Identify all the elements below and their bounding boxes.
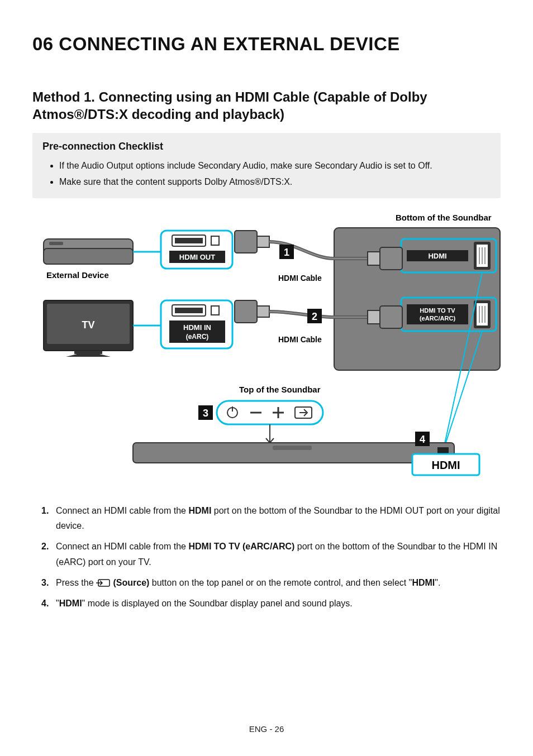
svg-rect-37 — [257, 306, 269, 317]
svg-rect-28 — [175, 308, 203, 313]
step-2-badge: 2 — [312, 311, 317, 322]
external-device-icon — [44, 239, 133, 264]
svg-rect-20 — [74, 351, 102, 354]
svg-rect-36 — [235, 300, 257, 323]
svg-rect-31 — [235, 231, 257, 253]
svg-rect-33 — [368, 252, 380, 265]
step-bold: HDMI TO TV (eARC/ARC) — [188, 542, 294, 551]
connection-diagram: Bottom of the Soundbar HDMI HDMI TO TV (… — [32, 208, 501, 493]
hdmi-cable-label: HDMI Cable — [278, 335, 322, 344]
page-footer: ENG - 26 — [0, 724, 533, 734]
step-item: 2. Connect an HDMI cable from the HDMI T… — [45, 539, 501, 569]
hdmi-cable-label: HDMI Cable — [278, 274, 322, 283]
step-text: Press the — [56, 578, 96, 587]
steps-list: 1. Connect an HDMI cable from the HDMI p… — [32, 503, 501, 611]
step-text: " mode is displayed on the Soundbar disp… — [82, 599, 353, 608]
step-4-badge: 4 — [420, 434, 425, 445]
hdmi-in-label-2: (eARC) — [186, 333, 209, 341]
svg-rect-23 — [175, 238, 203, 243]
svg-rect-52 — [273, 446, 312, 450]
step-item: 1. Connect an HDMI cable from the HDMI p… — [45, 503, 501, 533]
svg-rect-29 — [211, 306, 219, 315]
top-soundbar-label: Top of the Soundbar — [239, 385, 321, 394]
step-text: Connect an HDMI cable from the — [56, 506, 188, 515]
step-text: ". — [435, 578, 440, 587]
checklist-item: If the Audio Output options include Seco… — [59, 158, 491, 174]
hdmi-out-label: HDMI OUT — [179, 253, 215, 261]
step-bold: (Source) — [111, 578, 149, 587]
soundbar-hdmi-label: HDMI — [428, 252, 446, 260]
svg-rect-17 — [49, 242, 63, 245]
soundbar-hdmi-to-tv-label-1: HDMI TO TV — [420, 307, 455, 314]
step-text: Connect an HDMI cable from the — [56, 542, 188, 551]
tv-label: TV — [82, 319, 94, 331]
step-number: 2. — [41, 539, 49, 554]
svg-rect-38 — [368, 310, 380, 324]
external-device-label: External Device — [46, 270, 109, 280]
step-3-badge: 3 — [203, 408, 208, 419]
source-icon — [96, 579, 111, 587]
tv-icon: TV — [44, 300, 133, 357]
step-number: 3. — [41, 575, 49, 590]
step-number: 1. — [41, 503, 49, 518]
svg-rect-24 — [211, 236, 219, 245]
hdmi-in-label-1: HDMI IN — [183, 323, 211, 332]
step-number: 4. — [41, 596, 49, 611]
checklist-box: Pre-connection Checklist If the Audio Ou… — [32, 133, 501, 198]
svg-rect-39 — [380, 306, 402, 328]
checklist-list: If the Audio Output options include Seco… — [42, 158, 491, 190]
svg-rect-16 — [44, 248, 133, 264]
step-1-badge: 1 — [284, 247, 289, 258]
hdmi-display-label: HDMI — [431, 459, 460, 471]
step-bold: HDMI — [188, 506, 211, 515]
step-bold: HDMI — [412, 578, 435, 587]
svg-rect-32 — [257, 236, 269, 247]
step-item: 3. Press the (Source) button on the top … — [45, 575, 501, 590]
method-title: Method 1. Connecting using an HDMI Cable… — [32, 88, 501, 123]
bottom-soundbar-label: Bottom of the Soundbar — [396, 213, 492, 222]
step-bold: HDMI — [59, 599, 82, 608]
checklist-item: Make sure that the content supports Dolb… — [59, 174, 491, 190]
checklist-heading: Pre-connection Checklist — [42, 141, 491, 152]
step-item: 4. "HDMI" mode is displayed on the Sound… — [45, 596, 501, 611]
svg-rect-34 — [380, 247, 402, 270]
page-title: 06 CONNECTING AN EXTERNAL DEVICE — [32, 34, 501, 55]
soundbar-hdmi-to-tv-label-2: (eARC/ARC) — [420, 315, 456, 322]
step-text: button on the top panel or on the remote… — [149, 578, 412, 587]
